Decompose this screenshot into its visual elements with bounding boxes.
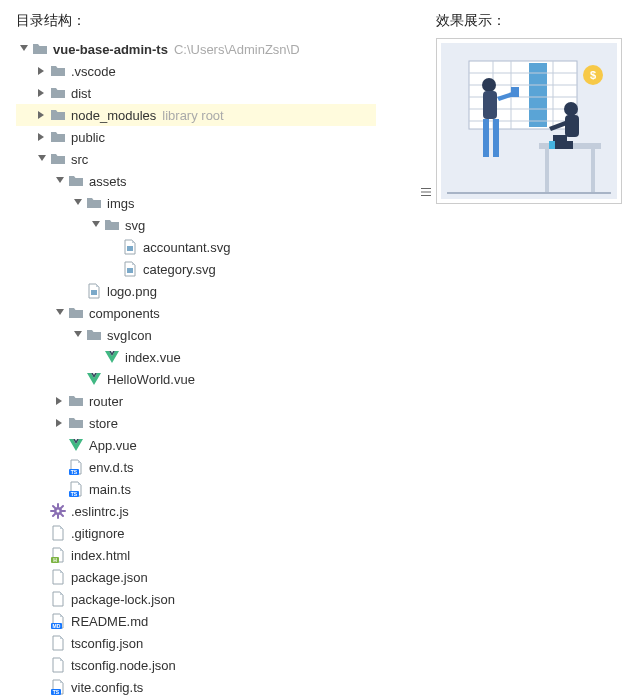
tree-node-node-modules[interactable]: node_moduleslibrary root bbox=[16, 104, 376, 126]
chevron-right-icon[interactable] bbox=[54, 395, 66, 407]
tree-node-package-lock-json[interactable]: package-lock.json bbox=[16, 588, 376, 610]
tree-node-label: .vscode bbox=[71, 64, 116, 79]
folder-icon bbox=[68, 415, 84, 431]
tree-node-label: svgIcon bbox=[107, 328, 152, 343]
file-icon bbox=[50, 525, 66, 541]
svg-rect-14 bbox=[545, 149, 549, 193]
tree-node-svg[interactable]: svg bbox=[16, 214, 376, 236]
tree-node-label: svg bbox=[125, 218, 145, 233]
ts-icon bbox=[50, 679, 66, 695]
chevron-right-icon[interactable] bbox=[36, 65, 48, 77]
tree-node-label: category.svg bbox=[143, 262, 216, 277]
tree-node-label: HelloWorld.vue bbox=[107, 372, 195, 387]
svg-rect-17 bbox=[483, 91, 497, 119]
folder-icon bbox=[50, 85, 66, 101]
tree-node-imgs[interactable]: imgs bbox=[16, 192, 376, 214]
tree-node-label: logo.png bbox=[107, 284, 157, 299]
list-icon bbox=[421, 187, 431, 197]
tree-node--vscode[interactable]: .vscode bbox=[16, 60, 376, 82]
tree-node-label: package.json bbox=[71, 570, 148, 585]
file-img-icon bbox=[86, 283, 102, 299]
svg-rect-15 bbox=[591, 149, 595, 193]
html-icon bbox=[50, 547, 66, 563]
preview-image-frame: $ bbox=[436, 38, 622, 204]
chevron-down-icon[interactable] bbox=[36, 153, 48, 165]
tree-node-suffix: C:\Users\AdminZsn\D bbox=[174, 42, 300, 57]
tree-node-accountant-svg[interactable]: accountant.svg bbox=[16, 236, 376, 258]
tree-node-category-svg[interactable]: category.svg bbox=[16, 258, 376, 280]
tree-node-label: store bbox=[89, 416, 118, 431]
svg-rect-18 bbox=[483, 119, 489, 157]
tree-node-label: tsconfig.json bbox=[71, 636, 143, 651]
tree-node-vue-base-admin-ts[interactable]: vue-base-admin-tsC:\Users\AdminZsn\D bbox=[16, 38, 376, 60]
svg-rect-22 bbox=[565, 115, 579, 137]
folder-icon bbox=[50, 107, 66, 123]
folder-icon bbox=[68, 393, 84, 409]
file-icon bbox=[50, 657, 66, 673]
chevron-down-icon[interactable] bbox=[72, 197, 84, 209]
tree-node-vite-config-ts[interactable]: vite.config.ts bbox=[16, 676, 376, 695]
chevron-down-icon[interactable] bbox=[54, 175, 66, 187]
tree-node-label: components bbox=[89, 306, 160, 321]
tree-node-label: dist bbox=[71, 86, 91, 101]
tree-node-app-vue[interactable]: App.vue bbox=[16, 434, 376, 456]
chevron-right-icon[interactable] bbox=[36, 109, 48, 121]
file-icon bbox=[50, 591, 66, 607]
preview-panel: 效果展示： $ bbox=[436, 12, 636, 695]
gear-icon bbox=[50, 503, 66, 519]
tree-node-dist[interactable]: dist bbox=[16, 82, 376, 104]
chevron-down-icon[interactable] bbox=[18, 43, 30, 55]
chevron-down-icon[interactable] bbox=[54, 307, 66, 319]
tree-node-label: index.vue bbox=[125, 350, 181, 365]
tree-node-components[interactable]: components bbox=[16, 302, 376, 324]
tree-node-label: README.md bbox=[71, 614, 148, 629]
chevron-right-icon[interactable] bbox=[54, 417, 66, 429]
tree-node-logo-png[interactable]: logo.png bbox=[16, 280, 376, 302]
folder-icon bbox=[86, 195, 102, 211]
tree-node-tsconfig-json[interactable]: tsconfig.json bbox=[16, 632, 376, 654]
svg-text:$: $ bbox=[590, 69, 596, 81]
preview-heading: 效果展示： bbox=[436, 12, 636, 30]
tree-node-suffix: library root bbox=[162, 108, 223, 123]
folder-icon bbox=[50, 151, 66, 167]
svg-point-16 bbox=[482, 78, 496, 92]
tree-node--eslintrc-js[interactable]: .eslintrc.js bbox=[16, 500, 376, 522]
folder-icon bbox=[32, 41, 48, 57]
tree-heading: 目录结构： bbox=[16, 12, 376, 30]
file-img-icon bbox=[122, 239, 138, 255]
tree-node-store[interactable]: store bbox=[16, 412, 376, 434]
file-icon bbox=[50, 635, 66, 651]
file-img-icon bbox=[122, 261, 138, 277]
md-icon bbox=[50, 613, 66, 629]
tree-node-main-ts[interactable]: main.ts bbox=[16, 478, 376, 500]
chevron-down-icon[interactable] bbox=[72, 329, 84, 341]
tree-node-tsconfig-node-json[interactable]: tsconfig.node.json bbox=[16, 654, 376, 676]
tree-node-public[interactable]: public bbox=[16, 126, 376, 148]
vue-icon bbox=[86, 371, 102, 387]
folder-icon bbox=[104, 217, 120, 233]
folder-icon bbox=[68, 173, 84, 189]
chevron-right-icon[interactable] bbox=[36, 87, 48, 99]
tree-node-readme-md[interactable]: README.md bbox=[16, 610, 376, 632]
tree-node-src[interactable]: src bbox=[16, 148, 376, 170]
tree-node--gitignore[interactable]: .gitignore bbox=[16, 522, 376, 544]
tree-node-label: index.html bbox=[71, 548, 130, 563]
tree-node-label: router bbox=[89, 394, 123, 409]
tree-node-router[interactable]: router bbox=[16, 390, 376, 412]
tree-node-label: imgs bbox=[107, 196, 134, 211]
tree-node-label: main.ts bbox=[89, 482, 131, 497]
tree-node-assets[interactable]: assets bbox=[16, 170, 376, 192]
chevron-down-icon[interactable] bbox=[90, 219, 102, 231]
tree-node-index-html[interactable]: index.html bbox=[16, 544, 376, 566]
tree-node-svgicon[interactable]: svgIcon bbox=[16, 324, 376, 346]
tree-node-package-json[interactable]: package.json bbox=[16, 566, 376, 588]
tree-node-index-vue[interactable]: index.vue bbox=[16, 346, 376, 368]
tree-node-label: tsconfig.node.json bbox=[71, 658, 176, 673]
chevron-right-icon[interactable] bbox=[36, 131, 48, 143]
directory-tree-panel: 目录结构： vue-base-admin-tsC:\Users\AdminZsn… bbox=[16, 12, 376, 695]
tree-node-helloworld-vue[interactable]: HelloWorld.vue bbox=[16, 368, 376, 390]
tree-node-env-d-ts[interactable]: env.d.ts bbox=[16, 456, 376, 478]
ts-icon bbox=[68, 481, 84, 497]
vue-icon bbox=[68, 437, 84, 453]
tree-node-label: package-lock.json bbox=[71, 592, 175, 607]
